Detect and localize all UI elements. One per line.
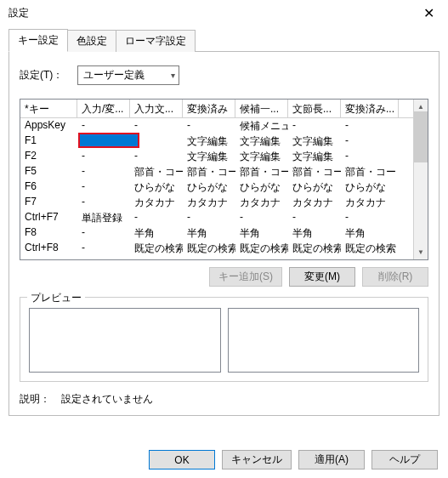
dialog-button-row: OK キャンセル 適用(A) ヘルプ — [149, 450, 438, 469]
cell: ひらがな — [130, 179, 183, 195]
cell: 文字編集 — [288, 134, 341, 149]
preview-pane-left — [29, 308, 221, 373]
preview-group: プレビュー — [20, 297, 428, 382]
delete-button: 削除(R) — [362, 267, 428, 287]
cell: - — [341, 149, 399, 164]
cell: 半角 — [288, 225, 341, 241]
cell: ひらがな — [341, 179, 399, 195]
col-clause[interactable]: 文節長... — [288, 100, 341, 117]
explain-text: 設定されていません — [61, 393, 153, 405]
cell: カタカナ — [183, 195, 235, 210]
cell: - — [77, 195, 130, 210]
preview-legend: プレビュー — [27, 291, 85, 305]
explain-row: 説明： 設定されていません — [20, 392, 428, 407]
cell: - — [341, 118, 399, 134]
table-row[interactable]: Ctrl+F8-既定の検索既定の検索既定の検索既定の検索既定の検索 — [20, 241, 428, 256]
tab-romaji-settings[interactable]: ローマ字設定 — [116, 30, 196, 52]
cell: - — [341, 134, 399, 149]
scroll-down-icon[interactable]: ▼ — [414, 245, 428, 259]
ok-button[interactable]: OK — [149, 450, 215, 469]
cell: 既定の検索 — [235, 241, 288, 256]
cell: 文字編集 — [183, 149, 235, 164]
window-title: 設定 — [9, 6, 29, 20]
cell: 部首・コード変 — [183, 164, 235, 179]
cell: 部首・コード変 — [341, 164, 399, 179]
cell: 文字編集 — [183, 134, 235, 149]
cell: - — [77, 179, 130, 195]
tabstrip: キー設定 色設定 ローマ字設定 — [9, 29, 439, 52]
grid-button-row: キー追加(S) 変更(M) 削除(R) — [20, 267, 428, 287]
cell: - — [288, 118, 341, 134]
table-row[interactable]: F1-文字編集文字編集文字編集- — [20, 134, 428, 149]
cell: カタカナ — [130, 195, 183, 210]
col-input-text[interactable]: 入力文... — [130, 100, 183, 117]
col-scroll-gap — [399, 100, 413, 117]
cell: 既定の検索 — [183, 241, 235, 256]
cell: 既定の検索 — [341, 241, 399, 256]
cell: ひらがな — [288, 179, 341, 195]
change-button[interactable]: 変更(M) — [289, 267, 355, 287]
cell: - — [77, 164, 130, 179]
close-icon: ✕ — [423, 5, 434, 21]
cell: 既定の検索 — [130, 241, 183, 256]
cell-key: AppsKey — [20, 118, 77, 134]
col-input-conv[interactable]: 入力/変... — [77, 100, 130, 117]
close-button[interactable]: ✕ — [410, 0, 448, 26]
cell: カタカナ — [235, 195, 288, 210]
cell: 半角 — [235, 225, 288, 241]
table-row[interactable]: AppsKey---候補メニュー-- — [20, 118, 428, 134]
settings-window: 設定 ✕ キー設定 色設定 ローマ字設定 設定(T)： ユーザー定義 ▾ *キー… — [0, 0, 448, 478]
cell: 単語登録 — [77, 210, 130, 225]
cell — [77, 134, 130, 149]
add-key-button: キー追加(S) — [209, 267, 282, 287]
cell: 文字編集 — [235, 134, 288, 149]
help-button[interactable]: ヘルプ — [371, 450, 438, 469]
col-converted[interactable]: 変換済み — [183, 100, 235, 117]
table-row[interactable]: F5-部首・コード変部首・コード変部首・コード変部首・コード変部首・コード変 — [20, 164, 428, 179]
setting-label: 設定(T)： — [20, 68, 69, 83]
col-candidate[interactable]: 候補一... — [235, 100, 288, 117]
cell: 半角 — [130, 225, 183, 241]
explain-label: 説明： — [20, 393, 50, 405]
cell: 部首・コード変 — [235, 164, 288, 179]
table-row[interactable]: F2--文字編集文字編集文字編集- — [20, 149, 428, 164]
cell-key: F6 — [20, 179, 77, 195]
col-converted2[interactable]: 変換済み... — [341, 100, 399, 117]
cell: - — [77, 149, 130, 164]
cell: 半角 — [183, 225, 235, 241]
cell: 部首・コード変 — [130, 164, 183, 179]
vertical-scrollbar[interactable]: ▲ ▼ — [413, 100, 428, 259]
cell: カタカナ — [341, 195, 399, 210]
cell: - — [235, 210, 288, 225]
cell: 部首・コード変 — [288, 164, 341, 179]
preview-pane-right — [228, 308, 420, 373]
key-grid[interactable]: *キー 入力/変... 入力文... 変換済み 候補一... 文節長... 変換… — [20, 99, 428, 260]
cell: - — [130, 149, 183, 164]
cell: - — [341, 210, 399, 225]
cell: 文字編集 — [235, 149, 288, 164]
cell-key: F8 — [20, 225, 77, 241]
scroll-thumb[interactable] — [414, 111, 428, 162]
col-key[interactable]: *キー — [20, 100, 77, 117]
tab-key-settings[interactable]: キー設定 — [9, 29, 68, 52]
setting-row: 設定(T)： ユーザー定義 ▾ — [20, 65, 428, 85]
cell: 文字編集 — [288, 149, 341, 164]
cell-key: F2 — [20, 149, 77, 164]
cell: - — [130, 134, 183, 149]
table-row[interactable]: F8-半角半角半角半角半角 — [20, 225, 428, 241]
setting-select[interactable]: ユーザー定義 ▾ — [77, 65, 179, 85]
content: キー設定 色設定 ローマ字設定 設定(T)： ユーザー定義 ▾ *キー 入力/変… — [0, 26, 448, 424]
cell: 半角 — [341, 225, 399, 241]
cell-key: Ctrl+F7 — [20, 210, 77, 225]
tab-color-settings[interactable]: 色設定 — [67, 30, 116, 52]
cell: - — [77, 225, 130, 241]
cancel-button[interactable]: キャンセル — [222, 450, 292, 469]
cell-key: F1 — [20, 134, 77, 149]
table-row[interactable]: F6-ひらがなひらがなひらがなひらがなひらがな — [20, 179, 428, 195]
table-row[interactable]: F7-カタカナカタカナカタカナカタカナカタカナ — [20, 195, 428, 210]
cell: ひらがな — [183, 179, 235, 195]
apply-button[interactable]: 適用(A) — [298, 450, 365, 469]
cell: 既定の検索 — [288, 241, 341, 256]
tab-body: 設定(T)： ユーザー定義 ▾ *キー 入力/変... 入力文... 変換済み … — [9, 52, 439, 416]
table-row[interactable]: Ctrl+F7単語登録----- — [20, 210, 428, 225]
